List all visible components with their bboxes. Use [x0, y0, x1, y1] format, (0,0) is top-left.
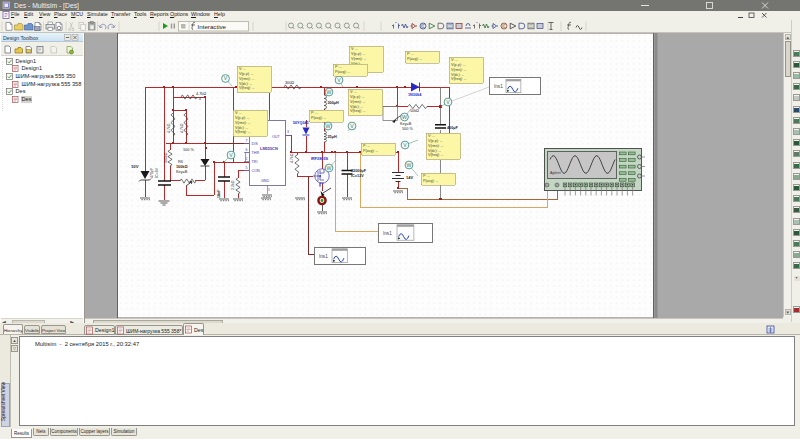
svg-text:P(avg): --: P(avg): -- — [335, 70, 351, 74]
svg-text:V: --: V: -- — [351, 47, 358, 51]
svg-text:V: V — [337, 77, 341, 83]
svg-text:V: V — [403, 142, 407, 148]
svg-text:LM555CN: LM555CN — [260, 146, 278, 151]
svg-text:P: --: P: -- — [363, 144, 371, 148]
svg-text:V(dc): --: V(dc): -- — [239, 82, 253, 86]
svg-text:V(dc): --: V(dc): -- — [350, 105, 364, 109]
svg-text:5: 5 — [246, 166, 248, 170]
svg-text:V(p-p): --: V(p-p): -- — [350, 95, 365, 99]
svg-text:P: --: P: -- — [311, 111, 319, 115]
svg-text:V: --: V: -- — [235, 111, 242, 115]
svg-text:V: V — [224, 75, 228, 81]
svg-text:Key=B: Key=B — [400, 122, 412, 126]
svg-text:100 %: 100 % — [183, 148, 194, 152]
svg-text:P(avg): --: P(avg): -- — [407, 57, 423, 61]
svg-text:V(p-p): --: V(p-p): -- — [351, 52, 366, 56]
svg-text:14V: 14V — [406, 175, 413, 180]
svg-text:W: W — [327, 165, 332, 171]
svg-text:3: 3 — [287, 130, 289, 134]
svg-text:P(avg): --: P(avg): -- — [363, 149, 379, 153]
svg-text:V(rms): --: V(rms): -- — [235, 121, 251, 125]
svg-text:V: --: V: -- — [428, 134, 435, 138]
svg-text:V(dc): --: V(dc): -- — [428, 149, 442, 153]
svg-text:V: --: V: -- — [239, 67, 246, 71]
svg-text:IC=9V: IC=9V — [155, 167, 159, 178]
svg-text:18nF: 18nF — [217, 189, 221, 198]
svg-text:V(rms): --: V(rms): -- — [350, 100, 366, 104]
svg-text:P(avg): --: P(avg): -- — [311, 116, 327, 120]
svg-text:470pF: 470pF — [150, 167, 154, 178]
svg-text:1N3064: 1N3064 — [408, 93, 422, 97]
svg-text:R6: R6 — [178, 160, 183, 164]
svg-text:Key=B: Key=B — [176, 170, 188, 174]
svg-text:50kΩ: 50kΩ — [410, 109, 419, 113]
svg-text:V: V — [350, 123, 354, 129]
svg-text:4.7kΩ: 4.7kΩ — [167, 123, 171, 133]
svg-text:W: W — [327, 89, 332, 95]
svg-text:25µH: 25µH — [328, 135, 337, 139]
svg-text:V(rms): --: V(rms): -- — [428, 144, 444, 148]
svg-text:V: --: V: -- — [350, 90, 357, 94]
svg-text:390kΩ: 390kΩ — [164, 152, 168, 163]
svg-text:V(freq): --: V(freq): -- — [239, 86, 255, 90]
svg-text:V(freq): --: V(freq): -- — [235, 130, 251, 134]
svg-text:4.7kΩ: 4.7kΩ — [196, 92, 206, 96]
svg-text:THR: THR — [252, 151, 260, 155]
svg-text:V(rms): --: V(rms): -- — [239, 77, 255, 81]
svg-text:2.2kΩ: 2.2kΩ — [231, 180, 235, 190]
svg-text:IC=12V: IC=12V — [351, 174, 364, 178]
svg-text:P: --: P: -- — [335, 65, 343, 69]
svg-text:Agilent: Agilent — [550, 171, 561, 175]
svg-text:V: --: V: -- — [451, 58, 458, 62]
svg-text:300µH: 300µH — [328, 101, 340, 105]
svg-text:DIS: DIS — [252, 142, 259, 146]
svg-text:Ins1: Ins1 — [319, 254, 328, 259]
svg-text:V(dc): --: V(dc): -- — [235, 126, 249, 130]
svg-text:W: W — [407, 162, 412, 168]
svg-text:W: W — [326, 123, 331, 129]
svg-text:P(avg): --: P(avg): -- — [423, 179, 439, 183]
svg-text:V(freq): --: V(freq): -- — [428, 153, 444, 157]
svg-text:300Ω: 300Ω — [285, 81, 294, 85]
svg-text:Interactive: Interactive — [198, 23, 227, 30]
svg-text:V(rms): --: V(rms): -- — [351, 57, 367, 61]
svg-text:22000µF: 22000µF — [351, 169, 367, 173]
svg-text:P: --: P: -- — [407, 52, 415, 56]
svg-text:2: 2 — [246, 157, 248, 161]
svg-text:V: V — [229, 152, 233, 158]
svg-text:7: 7 — [246, 139, 248, 143]
svg-text:Ins1: Ins1 — [494, 84, 503, 89]
svg-text:V(p-p): --: V(p-p): -- — [451, 63, 466, 67]
svg-text:4.7kΩ: 4.7kΩ — [290, 153, 294, 163]
svg-text:V(p-p): --: V(p-p): -- — [239, 72, 254, 76]
svg-text:400µF: 400µF — [447, 126, 459, 130]
svg-text:CON: CON — [252, 169, 261, 173]
svg-text:V(dc): --: V(dc): -- — [451, 73, 465, 77]
svg-text:V(p-p): --: V(p-p): -- — [235, 116, 250, 120]
svg-text:V: V — [446, 99, 450, 105]
svg-text:100kΩ: 100kΩ — [176, 165, 188, 169]
svg-text:P: --: P: -- — [423, 174, 431, 178]
svg-text:1: 1 — [268, 188, 270, 192]
svg-text:50YQ045: 50YQ045 — [293, 121, 309, 125]
svg-text:4: 4 — [199, 97, 201, 101]
svg-text:4.7kΩ: 4.7kΩ — [180, 123, 184, 133]
svg-text:W: W — [402, 114, 407, 120]
svg-text:10V: 10V — [131, 164, 139, 169]
svg-text:V(freq): --: V(freq): -- — [350, 109, 366, 113]
svg-text:500 %: 500 % — [402, 127, 413, 131]
svg-text:GND: GND — [261, 179, 270, 183]
svg-text:IRF2805S: IRF2805S — [311, 157, 329, 161]
svg-text:TRI: TRI — [252, 160, 258, 164]
svg-text:Ins1: Ins1 — [383, 231, 392, 236]
svg-text:V(p-p): --: V(p-p): -- — [428, 139, 443, 143]
svg-text:OUT: OUT — [272, 135, 281, 139]
svg-text:V(rms): --: V(rms): -- — [451, 68, 467, 72]
svg-text:V(freq): --: V(freq): -- — [451, 77, 467, 81]
svg-text:6: 6 — [246, 148, 248, 152]
